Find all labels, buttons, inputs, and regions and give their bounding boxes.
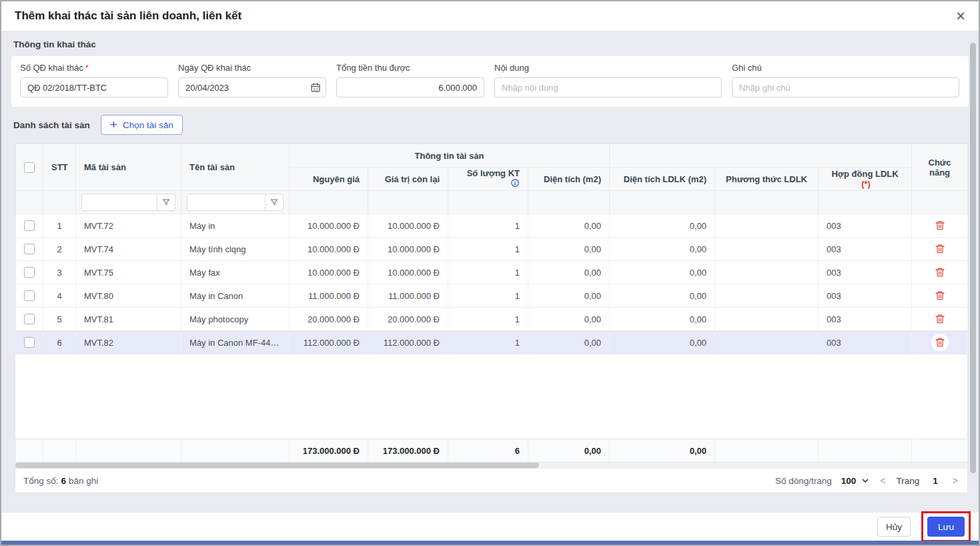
cell-hop-dong-ldlk[interactable]: 003 bbox=[819, 214, 912, 238]
header-hop-dong-ldlk: Hợp đồng LDLK (*) bbox=[819, 168, 912, 191]
delete-row-button[interactable] bbox=[931, 264, 949, 281]
cell-gia-tri-con-lai: 10.000.000 Đ bbox=[368, 261, 448, 284]
row-checkbox[interactable] bbox=[24, 337, 35, 348]
row-checkbox[interactable] bbox=[24, 267, 35, 278]
close-icon[interactable]: × bbox=[956, 8, 965, 24]
filter-ma-tai-san-input[interactable] bbox=[82, 194, 157, 210]
cell-hop-dong-ldlk[interactable]: 003 bbox=[819, 308, 912, 331]
cell-gia-tri-con-lai: 10.000.000 Đ bbox=[368, 214, 448, 238]
contract-required-mark: (*) bbox=[861, 179, 871, 189]
header-dien-tich-ldlk: Diện tích LDLK (m2) bbox=[610, 168, 715, 191]
total-dien-tich-ldlk: 0,00 bbox=[610, 439, 715, 463]
row-checkbox[interactable] bbox=[24, 244, 35, 254]
total-nguyen-gia: 173.000.000 Đ bbox=[290, 439, 368, 463]
cell-hop-dong-ldlk[interactable]: 003 bbox=[819, 331, 912, 354]
save-button-annotation: Lưu bbox=[921, 511, 971, 542]
total-so-luong: 6 bbox=[448, 439, 528, 463]
cell-phuong-thuc-ldlk[interactable] bbox=[715, 331, 819, 354]
cell-phuong-thuc-ldlk[interactable] bbox=[715, 261, 819, 284]
header-select-all-cell bbox=[16, 144, 43, 191]
cell-dien-tich-ldlk: 0,00 bbox=[610, 261, 715, 284]
table-row[interactable]: 2 MVT.74 Máy tính clqng 10.000.000 Đ 10.… bbox=[16, 238, 968, 261]
ngay-qd-input[interactable] bbox=[178, 77, 326, 97]
filter-funnel-icon[interactable] bbox=[157, 194, 175, 210]
delete-row-button[interactable] bbox=[931, 310, 949, 328]
cell-phuong-thuc-ldlk[interactable] bbox=[715, 214, 819, 238]
horizontal-scrollbar-thumb[interactable] bbox=[15, 463, 539, 468]
filter-ten-tai-san bbox=[187, 194, 284, 211]
cell-dien-tich: 0,00 bbox=[528, 261, 610, 284]
next-page-button[interactable]: > bbox=[951, 475, 959, 486]
row-checkbox[interactable] bbox=[24, 314, 35, 324]
table-row[interactable]: 4 MVT.80 Máy in Canon 11.000.000 Đ 11.00… bbox=[16, 284, 968, 308]
tong-tien-input[interactable] bbox=[336, 77, 484, 97]
vertical-scrollbar-thumb[interactable] bbox=[970, 43, 976, 473]
cell-ten-tai-san: Máy photocopy bbox=[181, 308, 290, 331]
ghi-chu-label: Ghi chú bbox=[732, 63, 959, 73]
cell-hop-dong-ldlk[interactable]: 003 bbox=[819, 261, 912, 284]
row-checkbox[interactable] bbox=[24, 290, 35, 301]
current-page-number[interactable]: 1 bbox=[929, 476, 942, 486]
cancel-button[interactable]: Hủy bbox=[877, 517, 911, 537]
assets-table-card: STT Mã tài sản Tên tài sản Thông tin tài… bbox=[15, 143, 968, 493]
header-group-thong-tin-tai-san: Thông tin tài sản bbox=[290, 144, 610, 168]
total-gia-tri-con-lai: 173.000.000 Đ bbox=[368, 439, 448, 463]
ghi-chu-input[interactable] bbox=[732, 77, 959, 97]
delete-row-button[interactable] bbox=[931, 334, 949, 351]
table-row[interactable]: 3 MVT.75 Máy fax 10.000.000 Đ 10.000.000… bbox=[16, 261, 968, 284]
table-row[interactable]: 6 MVT.82 Máy in Canon MF-445D... 112.000… bbox=[16, 331, 968, 354]
filter-ten-tai-san-input[interactable] bbox=[187, 194, 265, 210]
table-row[interactable]: 1 MVT.72 Máy in 10.000.000 Đ 10.000.000 … bbox=[16, 214, 968, 238]
cell-phuong-thuc-ldlk[interactable] bbox=[715, 238, 819, 261]
cell-hop-dong-ldlk[interactable]: 003 bbox=[819, 238, 912, 261]
delete-row-button[interactable] bbox=[931, 217, 949, 234]
cell-dien-tich: 0,00 bbox=[528, 284, 610, 308]
cell-nguyen-gia: 10.000.000 Đ bbox=[290, 238, 368, 261]
cell-dien-tich-ldlk: 0,00 bbox=[610, 331, 715, 354]
delete-row-button[interactable] bbox=[931, 240, 949, 258]
cell-nguyen-gia: 10.000.000 Đ bbox=[290, 261, 368, 284]
noi-dung-input[interactable] bbox=[494, 77, 722, 97]
assets-table-area: STT Mã tài sản Tên tài sản Thông tin tài… bbox=[15, 143, 968, 468]
header-chuc-nang: Chức năng bbox=[912, 144, 968, 191]
field-so-qd: Số QĐ khai thác* bbox=[20, 63, 168, 97]
assets-section-header: Danh sách tài sản + Chọn tài sản bbox=[13, 115, 967, 135]
cell-so-luong-kt: 1 bbox=[448, 331, 528, 354]
horizontal-scrollbar[interactable] bbox=[15, 463, 967, 468]
row-checkbox[interactable] bbox=[24, 220, 35, 231]
info-icon[interactable] bbox=[510, 178, 520, 190]
required-asterisk: * bbox=[85, 63, 89, 73]
chevron-down-icon bbox=[861, 477, 869, 485]
rows-per-page-select[interactable]: 100 bbox=[841, 476, 870, 486]
filter-ma-tai-san bbox=[81, 194, 175, 211]
field-ngay-qd: Ngày QĐ khai thác bbox=[178, 63, 326, 97]
header-group-empty bbox=[610, 144, 912, 168]
cell-dien-tich: 0,00 bbox=[528, 238, 610, 261]
chon-tai-san-button[interactable]: + Chọn tài sản bbox=[101, 115, 183, 135]
page-title: Thêm khai thác tài sản liên doanh, liên … bbox=[15, 9, 241, 23]
cell-stt: 1 bbox=[43, 214, 76, 238]
rows-per-page-label: Số dòng/trang bbox=[775, 476, 832, 486]
cell-hop-dong-ldlk[interactable]: 003 bbox=[819, 284, 912, 308]
filter-funnel-icon[interactable] bbox=[265, 194, 283, 210]
cell-phuong-thuc-ldlk[interactable] bbox=[715, 308, 819, 331]
select-all-checkbox[interactable] bbox=[24, 162, 35, 173]
noi-dung-label: Nội dung bbox=[494, 63, 722, 73]
cell-stt: 3 bbox=[43, 261, 76, 284]
prev-page-button[interactable]: < bbox=[879, 475, 887, 486]
cell-so-luong-kt: 1 bbox=[448, 261, 528, 284]
header-ten-tai-san: Tên tài sản bbox=[181, 144, 290, 191]
cell-so-luong-kt: 1 bbox=[448, 284, 528, 308]
delete-row-button[interactable] bbox=[931, 287, 949, 304]
dialog-title-bar: Thêm khai thác tài sản liên doanh, liên … bbox=[1, 1, 979, 31]
cell-phuong-thuc-ldlk[interactable] bbox=[715, 284, 819, 308]
cell-ma-tai-san: MVT.81 bbox=[76, 308, 181, 331]
asset-table-body: 1 MVT.72 Máy in 10.000.000 Đ 10.000.000 … bbox=[16, 214, 968, 354]
so-qd-input[interactable] bbox=[20, 77, 168, 97]
total-dien-tich: 0,00 bbox=[528, 439, 610, 463]
dialog-them-khai-thac: Thêm khai thác tài sản liên doanh, liên … bbox=[0, 0, 980, 546]
save-button[interactable]: Lưu bbox=[927, 517, 965, 537]
record-count: Tổng số:6bản ghi bbox=[23, 476, 98, 486]
table-row[interactable]: 5 MVT.81 Máy photocopy 20.000.000 Đ 20.0… bbox=[16, 308, 968, 331]
field-ghi-chu: Ghi chú bbox=[732, 63, 959, 97]
